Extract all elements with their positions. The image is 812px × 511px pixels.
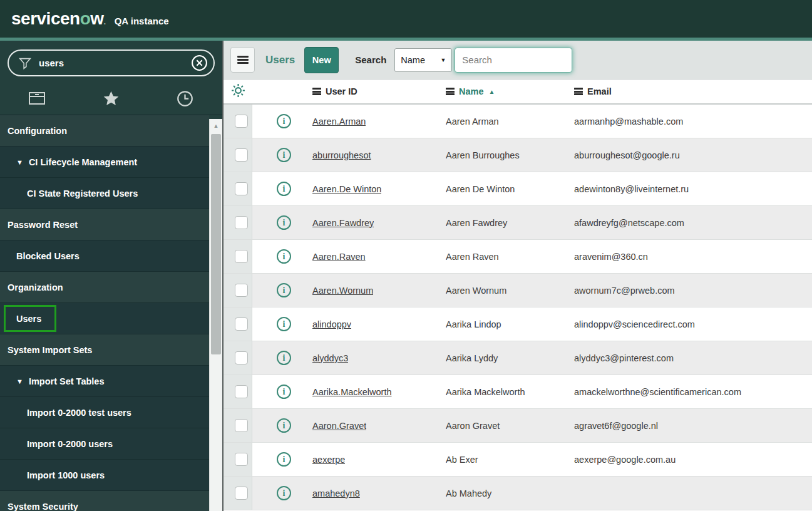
column-menu-icon[interactable] <box>574 88 583 95</box>
sidebar-item-configuration[interactable]: Configuration <box>0 115 209 147</box>
archive-box-icon <box>28 90 46 109</box>
brand-o-glyph: o <box>80 9 91 28</box>
filter-navigator-input[interactable] <box>39 58 191 68</box>
info-icon[interactable]: i <box>277 148 291 162</box>
application-navigator: Configuration▼CI Lifecycle ManagementCI … <box>0 115 209 511</box>
info-icon[interactable]: i <box>277 486 291 500</box>
instance-label: QA instance <box>115 16 169 26</box>
sidebar-item-import-1000-users[interactable]: Import 1000 users <box>0 460 209 491</box>
user-id-link[interactable]: Aaren.De Winton <box>312 184 381 194</box>
user-id-link[interactable]: Aaren.Arman <box>312 116 366 126</box>
user-name-cell: Ab Exer <box>446 455 574 465</box>
user-id-link[interactable]: aburroughesot <box>312 150 371 160</box>
info-icon[interactable]: i <box>277 215 291 230</box>
search-field-select[interactable]: Name ▼ <box>394 48 452 72</box>
user-id-cell: Aaren.Wornum <box>312 286 446 296</box>
info-icon[interactable]: i <box>277 351 291 365</box>
row-checkbox[interactable] <box>235 250 248 263</box>
sidebar-item-label: CI Lifecycle Management <box>29 157 137 167</box>
table-row: iAarika.MackelworthAarika Mackelworthama… <box>224 375 812 409</box>
row-checkbox[interactable] <box>235 115 248 128</box>
user-id-link[interactable]: aexerpe <box>312 455 345 465</box>
clear-filter-icon[interactable] <box>191 54 208 71</box>
list-toolbar: Users New Search Name ▼ <box>224 41 812 80</box>
expand-triangle-icon[interactable]: ▼ <box>16 378 23 385</box>
tab-all-applications[interactable] <box>0 85 74 115</box>
row-checkbox[interactable] <box>235 487 248 500</box>
row-select-cell <box>224 443 252 476</box>
column-header-email[interactable]: Email <box>574 86 812 96</box>
column-header-user-id[interactable]: User ID <box>312 86 446 96</box>
info-icon[interactable]: i <box>277 317 291 331</box>
user-name-cell: Aarika Mackelworth <box>446 387 574 397</box>
row-checkbox[interactable] <box>235 351 248 364</box>
chevron-down-icon: ▼ <box>440 57 446 63</box>
sidebar-item-organization[interactable]: Organization <box>0 272 209 303</box>
row-checkbox[interactable] <box>235 216 248 229</box>
row-info-cell: i <box>252 215 312 230</box>
row-select-cell <box>224 206 252 239</box>
sidebar-item-import-0-2000-test-users[interactable]: Import 0-2000 test users <box>0 397 209 428</box>
info-icon[interactable]: i <box>277 249 291 264</box>
column-header-name[interactable]: Name▲ <box>446 86 574 96</box>
row-checkbox[interactable] <box>235 453 248 466</box>
info-icon[interactable]: i <box>277 283 291 297</box>
user-id-link[interactable]: Aaren.Fawdrey <box>312 218 374 228</box>
sidebar-item-system-import-sets[interactable]: System Import Sets <box>0 334 209 366</box>
list-context-menu-button[interactable] <box>230 47 255 73</box>
row-checkbox[interactable] <box>235 317 248 331</box>
sidebar-item-import-set-tables[interactable]: ▼Import Set Tables <box>0 366 209 397</box>
tab-history[interactable] <box>148 85 222 115</box>
filter-navigator[interactable] <box>8 49 215 76</box>
sidebar-item-users[interactable]: Users <box>0 303 209 334</box>
star-icon <box>103 90 120 110</box>
new-record-button[interactable]: New <box>304 47 339 73</box>
sidebar-item-password-reset[interactable]: Password Reset <box>0 209 209 240</box>
info-icon[interactable]: i <box>277 418 291 433</box>
sort-ascending-icon: ▲ <box>489 88 495 95</box>
scrollbar-thumb[interactable] <box>211 134 221 354</box>
row-checkbox[interactable] <box>235 284 248 297</box>
user-name-cell: Aaren De Winton <box>446 184 574 194</box>
column-menu-icon[interactable] <box>312 88 321 95</box>
info-icon[interactable]: i <box>277 182 291 196</box>
sidebar-item-label: Import 0-2000 test users <box>27 408 131 418</box>
sidebar-scrollbar[interactable]: ▲ <box>209 119 222 511</box>
user-id-cell: Aarika.Mackelworth <box>312 387 446 397</box>
tab-favorites[interactable] <box>74 85 148 115</box>
user-id-cell: aexerpe <box>312 455 446 465</box>
table-row: iamahedyn8Ab Mahedy <box>224 477 812 510</box>
expand-triangle-icon[interactable]: ▼ <box>16 158 23 166</box>
servicenow-logo: servicenow. <box>11 9 106 29</box>
user-id-link[interactable]: Aarika.Mackelworth <box>312 387 392 397</box>
user-email-cell: aburroughesot@google.ru <box>574 150 812 160</box>
info-icon[interactable]: i <box>277 114 291 128</box>
scroll-up-arrow-icon[interactable]: ▲ <box>210 119 222 133</box>
column-menu-icon[interactable] <box>446 88 455 95</box>
user-id-link[interactable]: Aaron.Gravet <box>312 421 366 431</box>
row-select-cell <box>224 341 252 374</box>
row-info-cell: i <box>252 486 312 500</box>
user-list-body: iAaren.ArmanAaren Armanaarmanhp@mashable… <box>224 105 812 511</box>
user-email-cell: awornum7c@prweb.com <box>574 286 812 296</box>
user-email-cell: aexerpe@google.com.au <box>574 455 812 465</box>
sidebar-item-import-0-2000-users[interactable]: Import 0-2000 users <box>0 428 209 460</box>
table-row: ialyddyc3Aarika Lyddyalyddyc3@pinterest.… <box>224 341 812 375</box>
sidebar-item-ci-lifecycle-management[interactable]: ▼CI Lifecycle Management <box>0 147 209 178</box>
sidebar-item-system-security[interactable]: System Security <box>0 491 209 511</box>
row-checkbox[interactable] <box>235 148 248 162</box>
row-checkbox[interactable] <box>235 419 248 432</box>
user-id-link[interactable]: Aaren.Raven <box>312 252 366 262</box>
row-checkbox[interactable] <box>235 385 248 398</box>
sidebar-item-blocked-users[interactable]: Blocked Users <box>0 240 209 272</box>
list-search-input[interactable] <box>455 48 572 73</box>
user-id-link[interactable]: amahedyn8 <box>312 488 360 498</box>
info-icon[interactable]: i <box>277 385 291 399</box>
row-checkbox[interactable] <box>235 182 248 195</box>
info-icon[interactable]: i <box>277 452 291 467</box>
sidebar-item-ci-state-registered-users[interactable]: CI State Registered Users <box>0 178 209 209</box>
user-id-link[interactable]: alindoppv <box>312 319 351 329</box>
user-id-link[interactable]: Aaren.Wornum <box>312 286 373 296</box>
gear-icon[interactable] <box>230 83 246 101</box>
user-id-link[interactable]: alyddyc3 <box>312 353 348 363</box>
